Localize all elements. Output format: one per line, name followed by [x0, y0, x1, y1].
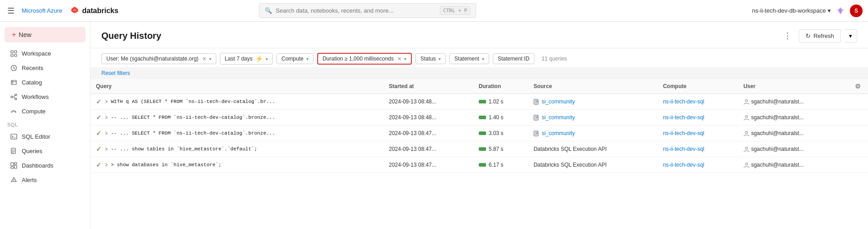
- expand-icon-3[interactable]: [105, 147, 108, 151]
- compute-link-3[interactable]: ns-ii-tech-dev-sql: [663, 146, 704, 152]
- svg-rect-14: [14, 165, 17, 168]
- alerts-label: Alerts: [22, 177, 37, 183]
- search-shortcut: CTRL + P: [440, 6, 470, 15]
- sidebar-item-workflows[interactable]: Workflows: [3, 90, 87, 103]
- duration-bar-0: [479, 100, 486, 103]
- user-filter-close[interactable]: ✕: [202, 56, 206, 62]
- query-history-table: Query Started at Duration Source Compute…: [91, 79, 868, 173]
- cell-settings-0: [848, 94, 868, 110]
- compute-link-0[interactable]: ns-ii-tech-dev-sql: [663, 98, 704, 105]
- svg-rect-1: [11, 54, 13, 56]
- duration-filter[interactable]: Duration ≥ 1,000 milliseconds ✕ ▾: [317, 53, 412, 65]
- cell-compute-0[interactable]: ns-ii-tech-dev-sql: [658, 94, 738, 110]
- cell-compute-3[interactable]: ns-ii-tech-dev-sql: [658, 141, 738, 157]
- main-content: Query History ⋮ ↻ Refresh ▾ User: Me (sg…: [91, 22, 868, 229]
- main-layout: + New Workspace Recents Catalog Workf: [0, 22, 868, 229]
- col-source: Source: [528, 79, 658, 94]
- user-filter[interactable]: User: Me (sgachuhi@naturalstate.org) ✕ ▾: [101, 53, 216, 64]
- catalog-label: Catalog: [22, 79, 42, 86]
- time-filter[interactable]: Last 7 days ⚡ ▾: [220, 53, 273, 65]
- duration-filter-close[interactable]: ✕: [397, 56, 401, 62]
- avatar[interactable]: S: [850, 5, 863, 17]
- compute-link-4[interactable]: ns-ii-tech-dev-sql: [663, 162, 704, 168]
- workspace-selector[interactable]: ns-ii-tech-dev-db-workspace ▾: [752, 7, 831, 14]
- expand-icon-1[interactable]: [105, 116, 108, 119]
- sidebar-item-sql-editor[interactable]: SQL Editor: [3, 130, 87, 143]
- cell-query-0: ✓ WITH q AS (SELECT * FROM `ns-ii-tech-d…: [91, 94, 383, 110]
- compute-filter[interactable]: Compute ▾: [277, 53, 314, 64]
- refresh-button[interactable]: ↻ Refresh: [799, 29, 841, 42]
- cell-settings-4: [848, 157, 868, 173]
- sidebar-item-catalog[interactable]: Catalog: [3, 75, 87, 89]
- global-search[interactable]: 🔍 CTRL + P: [259, 3, 476, 18]
- cell-source-1[interactable]: si_community: [528, 110, 658, 126]
- expand-icon-2[interactable]: [105, 131, 108, 135]
- databricks-icon: [70, 6, 80, 16]
- new-label: New: [19, 31, 31, 38]
- cell-compute-4[interactable]: ns-ii-tech-dev-sql: [658, 157, 738, 173]
- col-query: Query: [91, 79, 383, 94]
- sidebar-item-queries[interactable]: Queries: [3, 144, 87, 158]
- cell-query-4: ✓ > show databases in `hive_metastore`;: [91, 157, 383, 173]
- table-row[interactable]: ✓ -- ... SELECT * FROM `ns-ii-tech-dev-c…: [91, 126, 868, 141]
- query-table-container: Query Started at Duration Source Compute…: [91, 79, 868, 229]
- queries-label: Queries: [22, 148, 43, 154]
- workspace-name: ns-ii-tech-dev-db-workspace: [752, 7, 826, 14]
- sidebar-item-recents[interactable]: Recents: [3, 61, 87, 75]
- search-icon: 🔍: [265, 7, 272, 14]
- search-input[interactable]: [276, 7, 436, 14]
- hamburger-menu[interactable]: ☰: [5, 4, 16, 18]
- query-text-0: WITH q AS (SELECT * FROM `ns-ii-tech-dev…: [111, 99, 275, 104]
- compute-link-2[interactable]: ns-ii-tech-dev-sql: [663, 130, 704, 136]
- query-text-1: -- ... SELECT * FROM `ns-ii-tech-dev-cat…: [111, 115, 275, 120]
- page-title: Query History: [101, 31, 776, 41]
- table-settings-icon[interactable]: ⚙: [853, 81, 863, 92]
- source-link-0[interactable]: si_community: [534, 98, 652, 105]
- table-row[interactable]: ✓ > show databases in `hive_metastore`; …: [91, 157, 868, 173]
- sidebar-item-alerts[interactable]: Alerts: [3, 173, 87, 187]
- source-text-4: Databricks SQL Execution API: [534, 162, 607, 168]
- duration-filter-chevron: ▾: [404, 56, 406, 61]
- query-text-2: -- ... SELECT * FROM `ns-ii-tech-dev-cat…: [111, 131, 275, 136]
- compute-link-1[interactable]: ns-ii-tech-dev-sql: [663, 114, 704, 121]
- cell-user-2: sgachuhi@naturalst...: [738, 126, 848, 141]
- table-row[interactable]: ✓ -- ... SELECT * FROM `ns-ii-tech-dev-c…: [91, 110, 868, 126]
- sidebar-item-workspace[interactable]: Workspace: [3, 47, 87, 60]
- duration-bar-4: [479, 163, 486, 167]
- statement-filter[interactable]: Statement ▾: [449, 53, 489, 64]
- cell-compute-1[interactable]: ns-ii-tech-dev-sql: [658, 110, 738, 126]
- cell-duration-3: 5.87 s: [473, 141, 528, 157]
- cell-source-2[interactable]: si_community: [528, 126, 658, 141]
- workspace-label: Workspace: [22, 50, 51, 57]
- status-filter-chevron: ▾: [439, 56, 441, 61]
- col-duration: Duration: [473, 79, 528, 94]
- refresh-dropdown-button[interactable]: ▾: [844, 29, 857, 42]
- new-button[interactable]: + New: [5, 27, 86, 42]
- user-text-3: sgachuhi@naturalst...: [751, 146, 804, 152]
- statement-id-filter[interactable]: Statement ID: [493, 53, 534, 64]
- sidebar-item-compute[interactable]: Compute: [3, 104, 87, 118]
- cell-compute-2[interactable]: ns-ii-tech-dev-sql: [658, 126, 738, 141]
- status-filter[interactable]: Status ▾: [415, 53, 446, 64]
- expand-icon-4[interactable]: [105, 163, 108, 167]
- table-row[interactable]: ✓ WITH q AS (SELECT * FROM `ns-ii-tech-d…: [91, 94, 868, 110]
- recents-icon: [10, 64, 17, 71]
- reset-filters-link[interactable]: Reset filters: [101, 67, 868, 79]
- cell-source-0[interactable]: si_community: [528, 94, 658, 110]
- source-link-2[interactable]: si_community: [534, 130, 652, 136]
- cell-started-3: 2024-09-13 08:47...: [383, 141, 473, 157]
- lightning-icon: ⚡: [255, 55, 263, 62]
- cell-started-1: 2024-09-13 08:48...: [383, 110, 473, 126]
- table-row[interactable]: ✓ -- ... show tables in `hive_metastore`…: [91, 141, 868, 157]
- svg-point-7: [15, 94, 17, 96]
- user-icon-3: [744, 146, 749, 152]
- svg-point-18: [745, 115, 748, 117]
- refresh-label: Refresh: [813, 33, 834, 39]
- header-actions: ⋮ ↻ Refresh ▾: [780, 29, 857, 42]
- compute-icon: [10, 107, 17, 115]
- more-options-button[interactable]: ⋮: [780, 29, 795, 42]
- expand-icon-0[interactable]: [105, 100, 108, 103]
- sidebar-item-dashboards[interactable]: Dashboards: [3, 159, 87, 172]
- source-text-3: Databricks SQL Execution API: [534, 146, 607, 152]
- source-link-1[interactable]: si_community: [534, 114, 652, 121]
